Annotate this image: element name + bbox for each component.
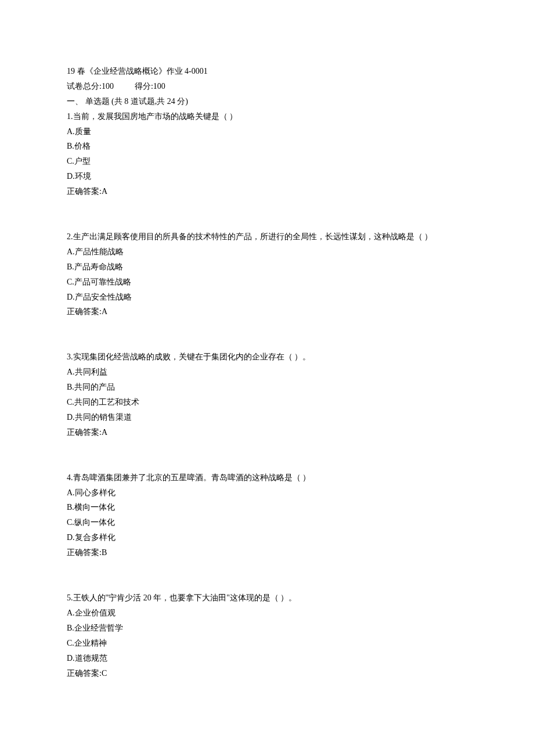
question-answer: 正确答案:C <box>67 666 467 681</box>
question-option: B.产品寿命战略 <box>67 260 467 275</box>
document-header: 19 春《企业经营战略概论》作业 4-0001 试卷总分:100得分:100 一… <box>67 64 467 109</box>
score-got: 得分:100 <box>135 82 165 91</box>
question-option: C.企业精神 <box>67 636 467 651</box>
section-title: 一、 单选题 (共 8 道试题,共 24 分) <box>67 94 467 109</box>
question-stem: 2.生产出满足顾客使用目的所具备的技术特性的产品，所进行的全局性，长远性谋划，这… <box>67 229 467 244</box>
question-option: D.复合多样化 <box>67 530 467 545</box>
question-4: 4.青岛啤酒集团兼并了北京的五星啤酒。青岛啤酒的这种战略是（ ） A.同心多样化… <box>67 470 467 560</box>
score-line: 试卷总分:100得分:100 <box>67 79 467 94</box>
question-stem: 4.青岛啤酒集团兼并了北京的五星啤酒。青岛啤酒的这种战略是（ ） <box>67 470 467 485</box>
question-option: D.共同的销售渠道 <box>67 410 467 425</box>
question-stem: 3.实现集团化经营战略的成败，关键在于集团化内的企业存在（ ）。 <box>67 350 467 365</box>
question-option: B.共同的产品 <box>67 380 467 395</box>
question-3: 3.实现集团化经营战略的成败，关键在于集团化内的企业存在（ ）。 A.共同利益 … <box>67 350 467 440</box>
question-option: A.同心多样化 <box>67 485 467 501</box>
question-option: B.企业经营哲学 <box>67 621 467 636</box>
question-5: 5.王铁人的"宁肯少活 20 年，也要拿下大油田"这体现的是（ ）。 A.企业价… <box>67 591 467 681</box>
question-option: C.产品可靠性战略 <box>67 275 467 290</box>
question-stem: 1.当前，发展我国房地产市场的战略关键是（ ） <box>67 109 467 124</box>
question-2: 2.生产出满足顾客使用目的所具备的技术特性的产品，所进行的全局性，长远性谋划，这… <box>67 229 467 319</box>
question-option: C.纵向一体化 <box>67 515 467 530</box>
document-title: 19 春《企业经营战略概论》作业 4-0001 <box>67 64 467 79</box>
question-answer: 正确答案:B <box>67 545 467 560</box>
question-answer: 正确答案:A <box>67 304 467 319</box>
question-option: D.产品安全性战略 <box>67 290 467 305</box>
question-1: 1.当前，发展我国房地产市场的战略关键是（ ） A.质量 B.价格 C.户型 D… <box>67 109 467 199</box>
score-total: 试卷总分:100 <box>67 82 114 91</box>
question-option: D.道德规范 <box>67 651 467 666</box>
question-option: A.质量 <box>67 124 467 139</box>
question-option: C.户型 <box>67 154 467 169</box>
question-option: C.共同的工艺和技术 <box>67 395 467 410</box>
question-option: B.价格 <box>67 139 467 154</box>
question-option: A.企业价值观 <box>67 606 467 621</box>
question-answer: 正确答案:A <box>67 425 467 440</box>
question-answer: 正确答案:A <box>67 184 467 199</box>
question-option: A.产品性能战略 <box>67 244 467 260</box>
question-option: A.共同利益 <box>67 365 467 380</box>
question-stem: 5.王铁人的"宁肯少活 20 年，也要拿下大油田"这体现的是（ ）。 <box>67 591 467 606</box>
question-option: D.环境 <box>67 169 467 184</box>
question-option: B.横向一体化 <box>67 500 467 515</box>
